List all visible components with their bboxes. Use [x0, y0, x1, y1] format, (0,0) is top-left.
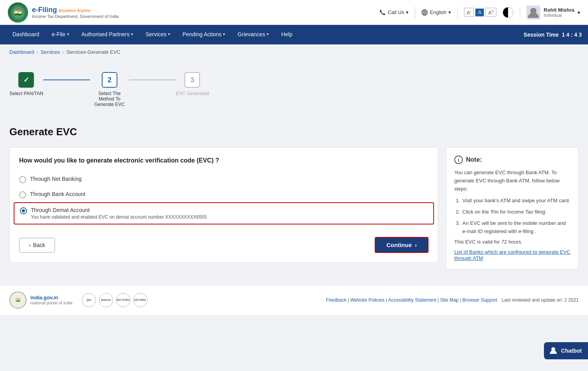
- radio-demat-account[interactable]: [20, 207, 27, 214]
- page-title: Generate EVC: [9, 126, 579, 138]
- user-role-label: Individual: [544, 13, 574, 18]
- continue-button[interactable]: Continue ›: [375, 237, 429, 253]
- radio-bank-account[interactable]: [19, 191, 26, 198]
- note-bank-list-link[interactable]: List of Banks which are configured to ge…: [454, 249, 570, 261]
- font-size-controls: A- A A+: [464, 8, 496, 17]
- note-title: i Note:: [454, 155, 570, 164]
- logo-area: 🇮🇳 e-Filing Anywhere Anytime Income Tax …: [8, 2, 119, 23]
- india-gov-label: india.gov.in: [30, 295, 73, 300]
- info-icon: i: [454, 155, 463, 164]
- cert-badges: QAI Entrust ISO 27001 ISO 9001: [82, 293, 147, 307]
- user-avatar: [526, 5, 540, 19]
- option-demat-sublabel: You have validated and enabled EVC on de…: [31, 214, 207, 220]
- step-1-label: Select PAN/TAN: [9, 91, 43, 96]
- call-us-button[interactable]: Call Us ▾: [379, 9, 409, 16]
- step-1-circle: ✓: [18, 72, 34, 88]
- lang-dropdown-arrow: ▾: [448, 9, 451, 15]
- footer-accessibility[interactable]: Accessibility Statement: [388, 297, 436, 303]
- note-step-1: 1. Visit your bank's ATM and swipe your …: [456, 197, 570, 205]
- nav-services[interactable]: Services ▾: [139, 25, 176, 44]
- top-bar-right: Call Us ▾ English ▾ A- A A+ Rohit Mishra…: [379, 5, 580, 19]
- footer-last-reviewed: Last reviewed and update on: 2 2021: [502, 297, 579, 303]
- main-card: How would you like to generate electroni…: [9, 147, 438, 263]
- session-timer: Session Time 1 4 : 4 3: [524, 32, 582, 38]
- nav-dashboard[interactable]: Dashboard: [6, 25, 46, 44]
- note-steps: 1. Visit your bank's ATM and swipe your …: [454, 197, 570, 235]
- footer-links: Feedback | Website Policies | Accessibil…: [326, 297, 579, 303]
- india-gov-sublabel: national portal of india: [30, 300, 73, 305]
- step-3-label: EVC Generated: [176, 91, 209, 96]
- step-connector-2: [129, 80, 176, 80]
- footer-logo: 🇮🇳 india.gov.in national portal of india: [9, 292, 73, 309]
- breadcrumb-current: Services-Generate EVC: [66, 49, 120, 55]
- footer-browser-support[interactable]: Browser Support: [462, 297, 497, 303]
- logo-title: e-Filing: [32, 6, 57, 14]
- font-large-btn[interactable]: A+: [485, 8, 496, 17]
- divider-1: [415, 7, 415, 18]
- nav-bar: Dashboard e-File ▾ Authorised Partners ▾…: [0, 25, 588, 44]
- call-us-label: Call Us: [388, 9, 404, 15]
- option-net-banking[interactable]: Through Net Banking: [19, 172, 429, 187]
- india-emblem: 🇮🇳: [9, 292, 27, 309]
- step-2-circle: 2: [102, 72, 117, 88]
- option-bank-account-label: Through Bank Account: [30, 191, 85, 197]
- nav-grievances-arrow: ▾: [267, 32, 269, 36]
- user-name-label: Rohit Mishra: [544, 7, 574, 13]
- font-small-btn[interactable]: A-: [464, 8, 474, 17]
- nav-pending-arrow: ▾: [223, 32, 225, 36]
- back-arrow-icon: ‹: [29, 242, 31, 248]
- logo-tag: Anywhere Anytime: [58, 9, 91, 13]
- card-question: How would you like to generate electroni…: [19, 157, 429, 164]
- contrast-toggle[interactable]: [503, 7, 514, 18]
- svg-text:🇮🇳: 🇮🇳: [14, 9, 22, 16]
- note-step-3: 3. An EVC will be sent to the mobile num…: [456, 219, 570, 236]
- step-1: ✓ Select PAN/TAN: [9, 72, 43, 96]
- option-net-banking-label: Through Net Banking: [30, 176, 81, 182]
- nav-help[interactable]: Help: [275, 25, 299, 44]
- cert-badge-1: QAI: [82, 293, 96, 307]
- cert-badge-4: ISO 9001: [133, 293, 147, 307]
- option-bank-account[interactable]: Through Bank Account: [19, 187, 429, 202]
- note-intro: You can generate EVC through Bank ATM. T…: [454, 169, 570, 193]
- nav-services-arrow: ▾: [168, 32, 170, 36]
- buttons-row: ‹ Back Continue ›: [19, 237, 429, 253]
- logo-subtitle: Income Tax Department, Government of Ind…: [32, 14, 119, 19]
- radio-net-banking[interactable]: [19, 176, 26, 183]
- nav-authorised-partners[interactable]: Authorised Partners ▾: [75, 25, 140, 44]
- back-button[interactable]: ‹ Back: [19, 238, 55, 253]
- option-demat-selected-box: Through Demat Account You have validated…: [14, 202, 434, 224]
- footer-sitemap[interactable]: Site Map: [440, 297, 459, 303]
- divider-2: [457, 7, 458, 18]
- note-validity: This EVC is valid for 72 hours.: [454, 239, 570, 245]
- stepper: ✓ Select PAN/TAN 2 Select The Method To …: [9, 66, 579, 113]
- note-card: i Note: You can generate EVC through Ban…: [446, 147, 579, 269]
- step-2: 2 Select The Method To Generate EVC: [90, 72, 129, 107]
- footer-feedback[interactable]: Feedback: [326, 297, 347, 303]
- breadcrumb-services[interactable]: Services: [41, 49, 60, 55]
- nav-partners-arrow: ▾: [131, 32, 133, 36]
- nav-efile[interactable]: e-File ▾: [46, 25, 75, 44]
- divider-3: [520, 7, 520, 18]
- footer-website-policies[interactable]: Website Policies: [351, 297, 385, 303]
- user-profile[interactable]: Rohit Mishra Individual ▾: [526, 5, 580, 19]
- content-grid: How would you like to generate electroni…: [9, 147, 579, 269]
- logo-emblem: 🇮🇳: [8, 2, 28, 23]
- footer: 🇮🇳 india.gov.in national portal of india…: [0, 285, 588, 315]
- nav-efile-arrow: ▾: [67, 32, 69, 36]
- breadcrumb-dashboard[interactable]: Dashboard: [9, 49, 34, 55]
- cert-badge-2: Entrust: [99, 293, 113, 307]
- option-demat-label: Through Demat Account: [31, 207, 207, 213]
- step-connector-1: [43, 80, 90, 80]
- top-bar: 🇮🇳 e-Filing Anywhere Anytime Income Tax …: [0, 0, 588, 25]
- continue-arrow-icon: ›: [415, 242, 417, 248]
- font-medium-btn[interactable]: A: [475, 9, 484, 16]
- nav-pending-actions[interactable]: Pending Actions ▾: [176, 25, 231, 44]
- language-button[interactable]: English ▾: [422, 9, 451, 16]
- step-2-label: Select The Method To Generate EVC: [90, 91, 129, 107]
- cert-badge-3: ISO 27001: [116, 293, 130, 307]
- back-label: Back: [33, 242, 45, 248]
- nav-grievances[interactable]: Grievances ▾: [231, 25, 275, 44]
- option-demat-inner[interactable]: Through Demat Account You have validated…: [20, 207, 428, 220]
- step-3-circle: 3: [184, 72, 200, 88]
- logo-text: e-Filing Anywhere Anytime Income Tax Dep…: [32, 6, 119, 19]
